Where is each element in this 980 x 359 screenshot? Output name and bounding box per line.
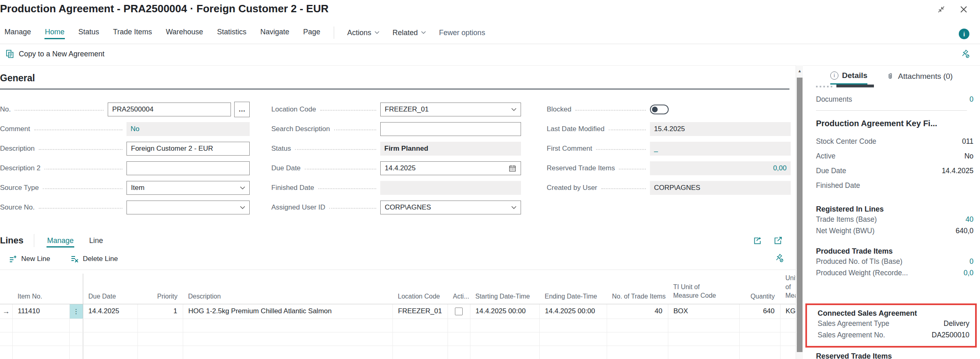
field-created-by-user: Created by User CORP\AGNES: [547, 178, 791, 198]
no-input[interactable]: PRA2500004: [108, 103, 231, 116]
col-unit-of-measure[interactable]: Unit of Measure: [780, 274, 796, 304]
ribbon-item-manage[interactable]: Manage: [4, 26, 31, 39]
fewer-options-button[interactable]: Fewer options: [439, 29, 485, 37]
col-priority[interactable]: Priority: [137, 274, 183, 304]
assist-edit-button[interactable]: …: [234, 102, 250, 117]
related-menu[interactable]: Related: [392, 29, 426, 37]
due-date-input[interactable]: 14.4.2025: [380, 161, 521, 175]
ribbon-item-page[interactable]: Page: [303, 26, 321, 39]
cell-active: [448, 304, 470, 319]
cell-unit-of-measure[interactable]: KG: [780, 304, 796, 319]
ribbon-item-warehouse[interactable]: Warehouse: [165, 26, 203, 39]
delete-line-icon: [70, 254, 80, 264]
close-icon[interactable]: [960, 5, 968, 13]
field-status: Status Firm Planned: [271, 139, 521, 158]
ribbon-item-statistics[interactable]: Statistics: [217, 26, 247, 39]
factbox-tabs: i Details Attachments (0): [803, 71, 980, 85]
key-fields-heading: Production Agreement Key Fi...: [816, 119, 973, 128]
cell-quantity[interactable]: 640: [739, 304, 780, 319]
col-item-no[interactable]: Item No.: [12, 274, 69, 304]
lines-section-heading[interactable]: Lines: [0, 235, 23, 246]
reserved-trade-items-link[interactable]: 0,00: [650, 161, 791, 175]
page-title: Production Agreement - PRA2500004 · Fore…: [0, 2, 328, 15]
lines-tab-manage[interactable]: Manage: [47, 234, 74, 248]
cell-due-date[interactable]: 14.4.2025: [83, 304, 137, 319]
search-description-input[interactable]: [380, 122, 521, 136]
chevron-down-icon: [511, 206, 517, 210]
general-section-heading[interactable]: General: [0, 73, 35, 84]
cell-no-of-trade-items[interactable]: 40: [607, 304, 668, 319]
col-no-of-trade-items[interactable]: No. of Trade Items: [607, 274, 668, 304]
divider: [0, 270, 796, 270]
source-type-select[interactable]: Item: [126, 181, 250, 195]
tab-attachments[interactable]: Attachments (0): [886, 71, 953, 85]
field-last-date-modified: Last Date Modified 15.4.2025: [547, 119, 791, 139]
cell-context-menu[interactable]: ⋮: [69, 304, 83, 319]
cell-ti-unit-of-measure-code[interactable]: BOX: [668, 304, 739, 319]
general-column-3: Blocked Last Date Modified 15.4.2025 Fir…: [547, 100, 791, 198]
copy-to-new-agreement-button[interactable]: Copy to a New Agreement: [5, 49, 104, 59]
col-starting-date-time[interactable]: Starting Date-Time: [470, 274, 539, 304]
delete-line-button[interactable]: Delete Line: [70, 254, 118, 264]
unpin-icon[interactable]: [960, 49, 970, 60]
source-no-select[interactable]: [126, 201, 250, 214]
ribbon-item-status[interactable]: Status: [78, 26, 100, 39]
cell-description[interactable]: HOG 1-2.5kg Premium Chilled Atlantic Sal…: [183, 304, 392, 319]
field-finished-date: Finished Date: [271, 178, 521, 198]
share-icon[interactable]: [752, 235, 763, 246]
col-active[interactable]: Acti...: [448, 274, 470, 304]
ribbon-item-navigate[interactable]: Navigate: [260, 26, 290, 39]
blocked-toggle[interactable]: [650, 105, 669, 114]
general-column-1: No. PRA2500004 … Comment No Description …: [0, 100, 250, 217]
ribbon-item-home[interactable]: Home: [44, 26, 65, 39]
first-comment-link[interactable]: _: [650, 142, 791, 156]
lines-tab-line[interactable]: Line: [89, 234, 104, 248]
documents-count-link[interactable]: 0: [969, 95, 973, 104]
lines-section-header: Lines Manage Line: [0, 232, 796, 249]
vertical-scrollbar: ▲: [796, 65, 803, 359]
unpin-icon[interactable]: [774, 253, 784, 265]
tab-details[interactable]: i Details: [830, 71, 867, 85]
assigned-user-id-select[interactable]: CORP\AGNES: [380, 201, 521, 214]
col-location-code[interactable]: Location Code: [392, 274, 448, 304]
field-search-description: Search Description: [271, 119, 521, 139]
cell-item-no[interactable]: 111410: [12, 304, 69, 319]
active-checkbox[interactable]: [455, 308, 463, 315]
actions-menu[interactable]: Actions: [347, 29, 379, 37]
registered-row: Trade Items (Base) 40: [816, 214, 973, 225]
documents-row: Documents 0: [816, 92, 973, 106]
col-description[interactable]: Description: [183, 274, 392, 304]
ribbon-separator: [334, 27, 334, 39]
col-ti-unit-of-measure-code[interactable]: TI Unit of Measure Code: [668, 274, 739, 304]
description-2-input[interactable]: [126, 161, 250, 175]
field-source-type: Source Type Item: [0, 178, 250, 198]
comment-link[interactable]: No: [126, 122, 250, 136]
col-due-date[interactable]: Due Date: [83, 274, 137, 304]
connected-row: Sales Agreement No. DA2500010: [818, 329, 969, 341]
table-header-row: Item No. Due Date Priority Description L…: [0, 274, 796, 304]
reserved-trade-items-heading: Reserved Trade Items: [816, 352, 892, 359]
copy-icon: [5, 49, 15, 59]
action-bar: Copy to a New Agreement: [0, 44, 980, 65]
restore-window-icon[interactable]: [937, 5, 946, 14]
location-code-select[interactable]: FREEZER_01: [380, 103, 521, 116]
description-input[interactable]: Foreign Customer 2 - EUR: [126, 142, 250, 156]
info-icon[interactable]: i: [959, 29, 969, 39]
scrollbar-thumb[interactable]: [797, 78, 803, 352]
finished-date-value: [380, 181, 521, 195]
expand-icon[interactable]: [773, 235, 783, 246]
produced-weight-link[interactable]: 0,0: [964, 269, 973, 277]
cell-starting-date-time[interactable]: 14.4.2025 00:00: [470, 304, 539, 319]
cell-location-code[interactable]: FREEZER_01: [392, 304, 448, 319]
produced-no-of-tis-link[interactable]: 0: [969, 257, 973, 266]
ribbon-item-trade-items[interactable]: Trade Items: [113, 26, 152, 39]
new-line-button[interactable]: New Line: [8, 254, 50, 264]
produced-row: Produced Weight (Recorde... 0,0: [816, 267, 973, 279]
scroll-up-arrow[interactable]: ▲: [796, 69, 803, 73]
col-quantity[interactable]: Quantity: [739, 274, 780, 304]
cell-ending-date-time[interactable]: 14.4.2025 00:00: [539, 304, 607, 319]
trade-items-base-link[interactable]: 40: [966, 215, 973, 224]
connected-sales-agreement-heading: Connected Sales Agreement: [818, 309, 969, 318]
cell-priority[interactable]: 1: [137, 304, 183, 319]
col-ending-date-time[interactable]: Ending Date-Time: [539, 274, 607, 304]
